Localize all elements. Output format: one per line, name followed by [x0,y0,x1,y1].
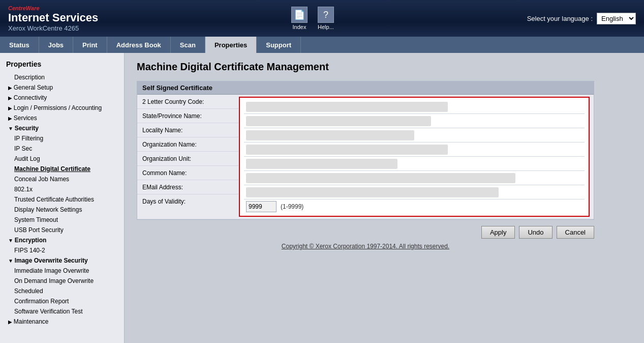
nav-address-book[interactable]: Address Book [107,37,171,53]
sidebar-item-connectivity[interactable]: Connectivity [0,93,124,103]
nav-scan[interactable]: Scan [171,37,205,53]
form-row-locality-input [244,128,585,142]
nav-properties[interactable]: Properties [205,37,257,53]
language-label: Select your language : [527,15,593,22]
sidebar-item-services[interactable]: Services [0,113,124,123]
days-input-wrapper: (1-9999) [244,200,585,213]
sidebar-item-scheduled[interactable]: Scheduled [0,286,124,296]
app-title: Internet Services [8,11,98,24]
org-unit-label: Organization Unit: [137,153,239,164]
sidebar-item-image-overwrite[interactable]: Image Overwrite Security [0,255,124,266]
sidebar-item-fips[interactable]: FIPS 140-2 [0,245,124,255]
sidebar-item-audit-log[interactable]: Audit Log [0,154,124,164]
state-label: State/Province Name: [137,110,239,122]
sidebar-item-encryption[interactable]: Encryption [0,235,124,245]
form-row-locality: Locality Name: [137,123,239,137]
org-input-wrapper [244,144,585,156]
state-input-wrapper [244,115,585,127]
form-section-header: Self Signed Certificate [137,81,594,95]
help-label: Help... [318,24,334,30]
days-label: Days of Validity: [137,196,239,207]
sidebar-item-system-timeout[interactable]: System Timeout [0,215,124,225]
branding: CentreWare Internet Services Xerox WorkC… [8,5,98,32]
form-row-common: Common Name: [137,166,239,180]
form-row-org-unit-input [244,157,585,171]
help-icon: ? [318,7,334,23]
sidebar-item-general-setup[interactable]: General Setup [0,82,124,93]
nav-print[interactable]: Print [73,37,107,53]
sidebar-item-on-demand-overwrite[interactable]: On Demand Image Overwrite [0,276,124,286]
sidebar-item-conceal-job-names[interactable]: Conceal Job Names [0,174,124,184]
days-validity-input[interactable] [246,201,277,212]
sidebar: Properties Description General Setup Con… [0,53,125,343]
days-hint: (1-9999) [281,203,303,210]
form-row-common-input [244,171,585,185]
form-row-state: State/Province Name: [137,109,239,123]
form-row-email: EMail Address: [137,180,239,194]
page-header: CentreWare Internet Services Xerox WorkC… [0,0,644,37]
sidebar-item-login-permissions[interactable]: Login / Permissions / Accounting [0,103,124,113]
nav-jobs[interactable]: Jobs [39,37,73,53]
form-row-days-input: (1-9999) [244,199,585,214]
sidebar-item-802-1x[interactable]: 802.1x [0,184,124,194]
form-row-email-input [244,185,585,199]
content-area: Machine Digital Certificate Management S… [125,53,644,343]
language-select[interactable]: English French German Spanish Italian [597,13,636,24]
index-icon: 📄 [291,7,308,23]
main-layout: Properties Description General Setup Con… [0,53,644,343]
sidebar-item-immediate-overwrite[interactable]: Immediate Image Overwrite [0,266,124,276]
email-input-wrapper [244,186,585,198]
sidebar-item-maintenance[interactable]: Maintenance [0,317,124,327]
common-name-label: Common Name: [137,167,239,179]
centreware-logo: CentreWare [8,5,98,11]
sidebar-item-security[interactable]: Security [0,123,124,133]
sidebar-item-machine-digital-cert[interactable]: Machine Digital Certificate [0,164,124,174]
org-unit-input-wrapper [244,158,585,170]
sidebar-title: Properties [0,57,124,72]
cancel-button[interactable]: Cancel [557,226,594,239]
language-selector-group: Select your language : English French Ge… [527,13,636,24]
common-input-wrapper [244,172,585,184]
email-label: EMail Address: [137,182,239,193]
form-row-country-input [244,100,585,114]
form-row-country: 2 Letter Country Code: [137,95,239,109]
sidebar-item-display-network[interactable]: Display Network Settings [0,205,124,215]
form-row-org-unit: Organization Unit: [137,152,239,166]
index-label: Index [293,24,306,30]
index-button[interactable]: 📄 Index [291,7,308,30]
org-name-label: Organization Name: [137,139,239,150]
help-button[interactable]: ? Help... [318,7,334,30]
form-row-org-input [244,142,585,157]
sidebar-item-description[interactable]: Description [0,72,124,82]
sidebar-item-software-verification[interactable]: Software Verification Test [0,306,124,317]
nav-support[interactable]: Support [257,37,301,53]
undo-button[interactable]: Undo [519,226,552,239]
navigation-bar: Status Jobs Print Address Book Scan Prop… [0,37,644,53]
page-title: Machine Digital Certificate Management [137,61,632,73]
nav-status[interactable]: Status [0,37,39,53]
country-input-wrapper [244,101,585,113]
form-card: Self Signed Certificate 2 Letter Country… [137,81,594,220]
form-row-org: Organization Name: [137,137,239,152]
product-name: Xerox WorkCentre 4265 [8,24,98,32]
locality-label: Locality Name: [137,125,239,136]
form-row-days: Days of Validity: [137,194,239,209]
form-row-state-input [244,114,585,128]
country-code-label: 2 Letter Country Code: [137,96,239,107]
sidebar-item-ip-sec[interactable]: IP Sec [0,144,124,154]
apply-button[interactable]: Apply [481,226,515,239]
header-icons: 📄 Index ? Help... [291,7,334,30]
sidebar-item-usb-security[interactable]: USB Port Security [0,225,124,235]
sidebar-item-trusted-cert[interactable]: Trusted Certificate Authorities [0,194,124,205]
copyright-text: Copyright © Xerox Corporation 1997-2014.… [137,243,594,250]
action-buttons: Apply Undo Cancel [137,226,594,239]
sidebar-item-confirmation-report[interactable]: Confirmation Report [0,296,124,306]
days-row: (1-9999) [246,201,582,212]
sidebar-item-ip-filtering[interactable]: IP Filtering [0,133,124,144]
locality-input-wrapper [244,129,585,141]
